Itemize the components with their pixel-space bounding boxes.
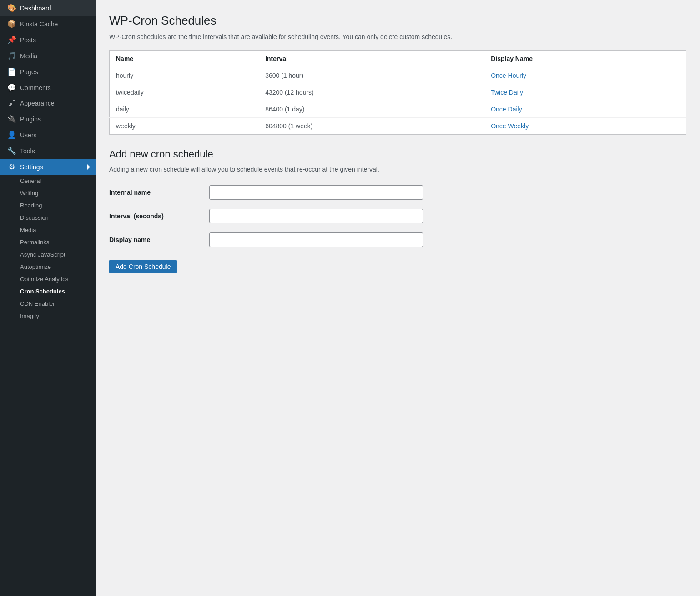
- main-content: WP-Cron Schedules WP-Cron schedules are …: [96, 0, 700, 596]
- plugins-icon: 🔌: [7, 115, 16, 123]
- submenu-item-general[interactable]: General: [0, 175, 96, 187]
- table-row: daily86400 (1 day)Once Daily: [110, 101, 686, 118]
- dashboard-icon: 🎨: [7, 4, 16, 12]
- page-description: WP-Cron schedules are the time intervals…: [109, 32, 686, 42]
- display-name-input[interactable]: [209, 232, 423, 247]
- submenu-item-media[interactable]: Media: [0, 224, 96, 236]
- nav-posts[interactable]: 📌 Posts: [0, 32, 96, 48]
- col-display-name: Display Name: [484, 51, 686, 67]
- display-name-row: Display name: [109, 232, 686, 247]
- nav-media[interactable]: 🎵 Media: [0, 48, 96, 64]
- nav-settings[interactable]: ⚙ Settings: [0, 159, 96, 175]
- internal-name-label: Internal name: [109, 189, 200, 196]
- submenu-item-discussion[interactable]: Discussion: [0, 212, 96, 224]
- cell-name: daily: [110, 101, 259, 118]
- cell-interval: 86400 (1 day): [259, 101, 484, 118]
- page-title: WP-Cron Schedules: [109, 14, 686, 28]
- table-row: twicedaily43200 (12 hours)Twice Daily: [110, 84, 686, 101]
- cell-name: weekly: [110, 118, 259, 135]
- cron-schedules-table: Name Interval Display Name hourly3600 (1…: [109, 50, 686, 135]
- nav-pages[interactable]: 📄 Pages: [0, 64, 96, 80]
- nav-label: Appearance: [20, 100, 55, 107]
- nav-label: Dashboard: [20, 5, 51, 12]
- internal-name-input[interactable]: [209, 185, 423, 200]
- nav-label: Posts: [20, 36, 36, 44]
- nav-label: Media: [20, 52, 37, 60]
- submenu-item-permalinks[interactable]: Permalinks: [0, 236, 96, 248]
- nav-label: Users: [20, 131, 37, 139]
- internal-name-row: Internal name: [109, 185, 686, 200]
- interval-seconds-input[interactable]: [209, 209, 423, 223]
- settings-icon: ⚙: [7, 162, 16, 171]
- interval-seconds-row: Interval (seconds): [109, 209, 686, 223]
- add-cron-form: Internal name Interval (seconds) Display…: [109, 185, 686, 273]
- nav-comments[interactable]: 💬 Comments: [0, 80, 96, 96]
- pages-icon: 📄: [7, 67, 16, 76]
- nav-tools[interactable]: 🔧 Tools: [0, 143, 96, 159]
- settings-arrow: [87, 164, 90, 170]
- nav-label: Kinsta Cache: [20, 20, 58, 28]
- cell-interval: 43200 (12 hours): [259, 84, 484, 101]
- submenu-item-cdn-enabler[interactable]: CDN Enabler: [0, 298, 96, 310]
- nav-users[interactable]: 👤 Users: [0, 127, 96, 143]
- comments-icon: 💬: [7, 83, 16, 92]
- add-cron-schedule-button[interactable]: Add Cron Schedule: [109, 260, 177, 273]
- posts-icon: 📌: [7, 35, 16, 44]
- submenu-item-async-javascript[interactable]: Async JavaScript: [0, 248, 96, 261]
- table-row: weekly604800 (1 week)Once Weekly: [110, 118, 686, 135]
- nav-label: Tools: [20, 147, 35, 155]
- media-icon: 🎵: [7, 51, 16, 60]
- cell-display-name: Twice Daily: [484, 84, 686, 101]
- display-name-label: Display name: [109, 236, 200, 243]
- add-section-description: Adding a new cron schedule will allow yo…: [109, 165, 686, 174]
- submenu-item-optimize-analytics[interactable]: Optimize Analytics: [0, 273, 96, 285]
- nav-label: Comments: [20, 84, 51, 91]
- add-section-title: Add new cron schedule: [109, 148, 686, 160]
- kinsta-cache-icon: 📦: [7, 20, 16, 28]
- submenu-item-autoptimize[interactable]: Autoptimize: [0, 261, 96, 273]
- cell-name: hourly: [110, 67, 259, 84]
- nav-dashboard[interactable]: 🎨 Dashboard: [0, 0, 96, 16]
- nav-appearance[interactable]: 🖌 Appearance: [0, 96, 96, 111]
- nav-label: Plugins: [20, 116, 41, 123]
- cell-display-name: Once Hourly: [484, 67, 686, 84]
- submenu-item-imagify[interactable]: Imagify: [0, 310, 96, 322]
- submenu-item-reading[interactable]: Reading: [0, 199, 96, 212]
- cell-interval: 604800 (1 week): [259, 118, 484, 135]
- col-name: Name: [110, 51, 259, 67]
- col-interval: Interval: [259, 51, 484, 67]
- nav-label: Pages: [20, 68, 38, 76]
- cell-display-name: Once Weekly: [484, 118, 686, 135]
- users-icon: 👤: [7, 131, 16, 139]
- cell-interval: 3600 (1 hour): [259, 67, 484, 84]
- interval-seconds-label: Interval (seconds): [109, 212, 200, 220]
- nav-label: Settings: [20, 163, 43, 171]
- nav-plugins[interactable]: 🔌 Plugins: [0, 111, 96, 127]
- appearance-icon: 🖌: [7, 99, 16, 107]
- tools-icon: 🔧: [7, 146, 16, 155]
- submenu-item-writing[interactable]: Writing: [0, 187, 96, 199]
- settings-submenu: General Writing Reading Discussion Media…: [0, 175, 96, 322]
- cell-display-name: Once Daily: [484, 101, 686, 118]
- cell-name: twicedaily: [110, 84, 259, 101]
- table-row: hourly3600 (1 hour)Once Hourly: [110, 67, 686, 84]
- submenu-item-cron-schedules[interactable]: Cron Schedules: [0, 285, 96, 298]
- sidebar: 🎨 Dashboard 📦 Kinsta Cache 📌 Posts 🎵 Med…: [0, 0, 96, 596]
- nav-kinsta-cache[interactable]: 📦 Kinsta Cache: [0, 16, 96, 32]
